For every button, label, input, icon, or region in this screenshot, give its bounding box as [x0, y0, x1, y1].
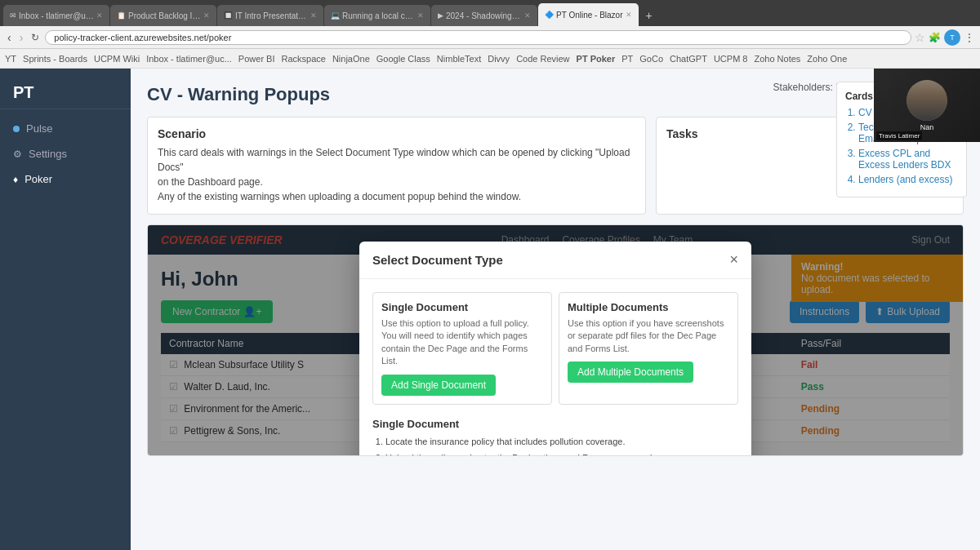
bookmark-goco[interactable]: GoCo: [639, 54, 663, 64]
bookmark-yt[interactable]: YT: [5, 54, 16, 64]
scenario-text: This card deals with warnings in the Sel…: [158, 145, 635, 204]
bookmark-pt[interactable]: PT: [621, 54, 633, 64]
bookmark-wiki[interactable]: UCPM Wiki: [94, 54, 140, 64]
sidebar-item-poker-label: Poker: [24, 173, 52, 185]
sidebar-item-settings[interactable]: ⚙ Settings: [0, 141, 131, 166]
sidebar-item-pulse-label: Pulse: [26, 122, 53, 135]
video-overlay: Nan Travis Latimer: [874, 69, 980, 142]
bookmark-ninjaone[interactable]: NinjaOne: [332, 54, 370, 64]
multiple-docs-title: Multiple Documents: [568, 301, 729, 313]
refresh-button[interactable]: ↻: [29, 32, 42, 43]
user-avatar: T: [944, 29, 960, 46]
bookmark-zohonotes[interactable]: Zoho Notes: [754, 54, 800, 64]
bookmark-nimbletext[interactable]: NimbleText: [437, 54, 481, 64]
modal-instructions-text: Locate the insurance policy that include…: [372, 435, 738, 456]
bookmark-powerbi[interactable]: Power BI: [238, 54, 275, 64]
bookmark-zohone[interactable]: Zoho One: [807, 54, 847, 64]
single-doc-title: Single Document: [381, 301, 543, 313]
menu-button[interactable]: ⋮: [964, 31, 975, 44]
bookmark-inbox[interactable]: Inbox - tlatimer@uc...: [146, 54, 232, 64]
bookmark-button[interactable]: ☆: [915, 31, 925, 44]
main-content: Cards CV Tech Debt - Orphan Email Cleanu…: [131, 69, 980, 550]
poker-icon: ♦: [13, 174, 18, 185]
single-document-card: Single Document Use this option to uploa…: [372, 292, 552, 405]
browser-tab[interactable]: 💻 Running a local copy of the da... ✕: [324, 5, 430, 26]
page-title: CV - Warning Popups: [147, 84, 330, 105]
settings-icon: ⚙: [13, 149, 22, 160]
multiple-documents-card: Multiple Documents Use this option if yo…: [559, 292, 738, 405]
coverage-verifier-section: COVERAGE VERIFIER Dashboard Coverage Pro…: [147, 224, 964, 456]
modal-instructions-section: Single Document Locate the insurance pol…: [359, 408, 751, 456]
scenario-box: Scenario This card deals with warnings i…: [147, 117, 646, 215]
back-button[interactable]: ‹: [5, 31, 14, 44]
card-item-3[interactable]: Excess CPL and Excess Lenders BDX: [858, 148, 958, 171]
extensions-button[interactable]: 🧩: [929, 32, 941, 43]
modal-overlay: Select Document Type × Single Document U…: [148, 225, 963, 455]
bookmark-googleclass[interactable]: Google Class: [376, 54, 430, 64]
sidebar-item-poker[interactable]: ♦ Poker: [0, 166, 131, 192]
address-bar[interactable]: policy-tracker-client.azurewebsites.net/…: [45, 30, 911, 45]
add-multiple-documents-button[interactable]: Add Multiple Documents: [568, 361, 693, 383]
browser-tab[interactable]: 📋 Product Backlog Item 54516:C ✕: [110, 5, 216, 26]
multiple-docs-description: Use this option if you have screenshots …: [568, 317, 729, 355]
modal-header: Select Document Type ×: [359, 242, 751, 279]
browser-tab-active[interactable]: 🔷 PT Online - Blazor ✕: [538, 3, 639, 26]
single-doc-description: Use this option to upload a full policy.…: [381, 317, 543, 368]
new-tab-button[interactable]: +: [639, 5, 659, 26]
modal-title: Select Document Type: [372, 253, 503, 267]
sidebar: PT Pulse ⚙ Settings ♦ Poker: [0, 69, 131, 550]
bookmark-chatgpt[interactable]: ChatGPT: [670, 54, 707, 64]
instruction-step-1: Locate the insurance policy that include…: [385, 435, 738, 450]
forward-button[interactable]: ›: [17, 31, 26, 44]
select-document-modal: Select Document Type × Single Document U…: [359, 242, 751, 456]
scenario-title: Scenario: [158, 127, 635, 140]
bookmark-sprints[interactable]: Sprints - Boards: [23, 54, 87, 64]
bookmark-codereview[interactable]: Code Review: [516, 54, 569, 64]
bookmark-rackspace[interactable]: Rackspace: [282, 54, 326, 64]
browser-tab[interactable]: ✉ Inbox - tlatimer@ucpm.com ✕: [3, 5, 109, 26]
pulse-icon: [13, 126, 20, 132]
sidebar-item-pulse[interactable]: Pulse: [0, 116, 131, 141]
bookmark-ucpm8[interactable]: UCPM 8: [714, 54, 748, 64]
add-single-document-button[interactable]: Add Single Document: [381, 375, 496, 396]
browser-tab[interactable]: ▶ 2024 - Shadowing Videos - Go... ✕: [431, 5, 537, 26]
video-user-label: Travis Latimer: [876, 131, 922, 140]
instruction-step-2: Upload the policy and enter the Declarat…: [385, 451, 738, 456]
modal-close-button[interactable]: ×: [729, 251, 738, 268]
instructions-section-title: Single Document: [372, 418, 738, 430]
video-person-name: Nan: [920, 123, 934, 131]
video-person-avatar: [906, 80, 947, 121]
sidebar-item-settings-label: Settings: [29, 148, 67, 160]
browser-tab[interactable]: 🔲 IT Intro Presentation - Google ✕: [217, 5, 323, 26]
bookmark-divvy[interactable]: Divvy: [488, 54, 510, 64]
bookmark-ptpoker[interactable]: PT Poker: [577, 54, 616, 64]
card-item-4[interactable]: Lenders (and excess): [858, 174, 958, 185]
sidebar-logo: PT: [0, 77, 131, 109]
document-type-selection: Single Document Use this option to uploa…: [359, 279, 751, 408]
